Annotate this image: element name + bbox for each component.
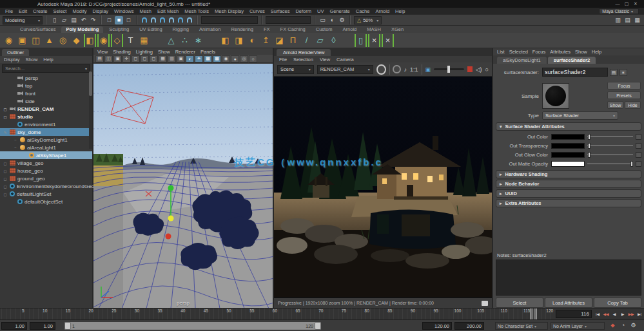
- outliner-item[interactable]: − aiSkyDomeLight1: [0, 136, 92, 144]
- menu-item[interactable]: Cache: [356, 8, 370, 14]
- viewport-toolbar-icon[interactable]: ◻: [150, 55, 158, 62]
- expand-toggle-icon[interactable]: ◻: [3, 169, 8, 173]
- expand-toggle-icon[interactable]: ◻: [3, 176, 8, 181]
- playback-end-field[interactable]: 120.00: [422, 322, 452, 330]
- shelf-tool-icon[interactable]: ◉: [97, 34, 110, 47]
- render-current-icon[interactable]: ▭: [318, 16, 327, 24]
- expand-toggle-icon[interactable]: ◻: [3, 161, 8, 166]
- shelf-tool-icon[interactable]: ◨: [233, 34, 245, 46]
- auto-key-icon[interactable]: ⬥: [609, 322, 617, 330]
- anim-layer-selector[interactable]: No Anim Layer: [551, 322, 605, 330]
- shelf-tool-icon[interactable]: ▦: [138, 34, 150, 46]
- filter-chevron-icon[interactable]: [83, 66, 87, 71]
- select-hierarchy-icon[interactable]: □: [105, 16, 113, 24]
- channel-box-toggle-icon[interactable]: ▦: [633, 16, 641, 24]
- renderview-menu-item[interactable]: Camera: [337, 57, 354, 62]
- shelf-tool-icon[interactable]: ×: [368, 34, 380, 47]
- presets-button[interactable]: Presets: [607, 91, 641, 99]
- menu-item[interactable]: Surfaces: [271, 8, 290, 14]
- shelf-tool-icon[interactable]: ◧: [219, 34, 231, 46]
- outliner-item[interactable]: aiSkyShape1: [0, 151, 92, 159]
- ae-footer-button[interactable]: Copy Tab: [594, 298, 641, 308]
- render-camera-selector[interactable]: RENDER_CAM: [317, 65, 373, 74]
- snap-live-icon[interactable]: [187, 17, 192, 23]
- outliner-item[interactable]: side: [0, 97, 92, 105]
- maximize-button[interactable]: ▢: [622, 1, 631, 6]
- outliner-search-input[interactable]: Search...: [2, 64, 90, 73]
- shelf-tab[interactable]: Rendering: [226, 26, 258, 33]
- ipr-render-icon[interactable]: ◐: [328, 16, 337, 24]
- speaker-icon[interactable]: ◁): [476, 66, 482, 73]
- shelf-tool-icon[interactable]: ↥: [260, 34, 272, 46]
- color-swatch[interactable]: [551, 143, 585, 149]
- viewport-menu-item[interactable]: Show: [158, 49, 170, 55]
- map-texture-button[interactable]: [636, 143, 641, 149]
- playback-start-field[interactable]: 1.00: [30, 322, 55, 330]
- shelf-tab[interactable]: Custom: [311, 26, 337, 33]
- shelf-tab[interactable]: Sculpting: [104, 26, 133, 33]
- outliner-item[interactable]: front: [0, 90, 92, 97]
- shelf-tool-icon[interactable]: ∗: [192, 34, 204, 46]
- outliner-item[interactable]: ◻ ground_geo: [0, 175, 92, 182]
- viewport-toolbar-icon[interactable]: ☀: [195, 55, 203, 62]
- map-texture-button[interactable]: [636, 161, 641, 167]
- character-set-selector[interactable]: No Character Set: [495, 322, 548, 330]
- menu-item[interactable]: Mesh Tools: [184, 8, 209, 14]
- shelf-tab[interactable]: FX: [259, 26, 275, 33]
- menu-item[interactable]: Display: [93, 8, 109, 14]
- expand-toggle-icon[interactable]: ◻: [3, 192, 8, 196]
- menu-item[interactable]: Windows: [114, 8, 133, 14]
- color-swatch[interactable]: [551, 134, 585, 140]
- menu-item[interactable]: Select: [54, 8, 67, 14]
- minimize-button[interactable]: —: [613, 2, 622, 6]
- pin-tab-icon[interactable]: ∗: [620, 69, 627, 76]
- viewport-toolbar-icon[interactable]: ◻: [141, 55, 149, 62]
- ae-menu-item[interactable]: Focus: [532, 49, 545, 55]
- attribute-slider[interactable]: [587, 134, 633, 140]
- scene-selector[interactable]: Scene: [277, 65, 314, 74]
- status-display-icon[interactable]: [482, 301, 488, 306]
- shelf-tab[interactable]: MASH: [362, 26, 385, 33]
- attribute-slider[interactable]: [587, 143, 633, 149]
- range-start-handle[interactable]: [64, 322, 71, 330]
- menu-item[interactable]: Edit Mesh: [157, 8, 179, 14]
- slider-handle[interactable]: [588, 134, 590, 140]
- input-field-quick[interactable]: [266, 16, 311, 24]
- current-time-field[interactable]: 116: [556, 310, 592, 318]
- play-icon[interactable]: ♪: [404, 66, 407, 73]
- snap-plane-icon[interactable]: [178, 17, 183, 23]
- viewport-menu-item[interactable]: Panels: [200, 49, 215, 55]
- shelf-tab[interactable]: UV Editing: [135, 26, 166, 33]
- outliner-item[interactable]: ◻ house_geo: [0, 167, 92, 175]
- animation-start-field[interactable]: 1.00: [1, 322, 27, 330]
- snap-point-icon[interactable]: [160, 17, 165, 23]
- menu-item[interactable]: Help: [395, 8, 405, 14]
- outliner-item[interactable]: persp: [0, 74, 92, 82]
- outliner-item[interactable]: ✎ sky_dome: [0, 128, 92, 136]
- outliner-tab[interactable]: Outliner: [2, 49, 29, 56]
- shelf-tool-icon[interactable]: ×: [382, 34, 394, 47]
- slider-handle[interactable]: [588, 152, 590, 158]
- outliner-item[interactable]: ◻ defaultLightSet: [0, 190, 92, 198]
- outliner-item[interactable]: ◻ RENDER_CAM: [0, 105, 92, 113]
- shelf-tab[interactable]: Poly Modeling: [61, 26, 103, 33]
- shelf-tab[interactable]: Curves/Surfaces: [15, 26, 60, 33]
- outliner-item[interactable]: ◻ studio: [0, 113, 92, 120]
- collapsed-section-header[interactable]: Hardware Shading: [496, 170, 641, 178]
- map-texture-button[interactable]: [636, 152, 641, 158]
- time-slider[interactable]: 5101520253035404550556065707580859095100…: [0, 308, 644, 319]
- collapsed-section-header[interactable]: Extra Attributes: [496, 199, 641, 207]
- shelf-tool-icon[interactable]: [151, 34, 164, 46]
- new-scene-icon[interactable]: ▯: [50, 16, 59, 24]
- shelf-tool-icon[interactable]: /: [300, 34, 313, 46]
- redo-icon[interactable]: ↷: [89, 16, 97, 24]
- outliner-item[interactable]: − aiAreaLight1: [0, 144, 92, 151]
- scrollbar-thumb[interactable]: [89, 71, 92, 96]
- renderview-menu-item[interactable]: View: [320, 57, 330, 62]
- ae-footer-button[interactable]: Load Attributes: [545, 298, 592, 308]
- shelf-tool-icon[interactable]: ◊: [327, 34, 340, 46]
- range-end-handle[interactable]: [315, 322, 321, 330]
- expand-toggle-icon[interactable]: ◻: [3, 115, 8, 119]
- color-swatch[interactable]: [551, 161, 585, 167]
- shelf-tool-icon[interactable]: Π: [287, 34, 299, 46]
